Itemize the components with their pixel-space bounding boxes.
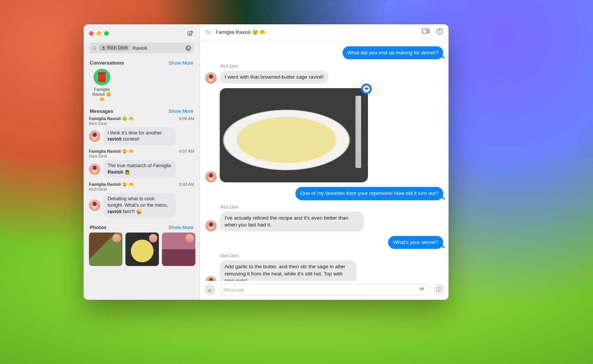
conversation-header: To: Famiglia Ravioli 🤤 🤲: [200, 24, 449, 40]
conversations-header: Conversations Show More: [90, 60, 193, 66]
messages-show-more[interactable]: Show More: [168, 108, 193, 114]
messages-title: Messages: [90, 108, 113, 114]
compose-button[interactable]: [187, 30, 194, 37]
conversation-label: Famiglia Ravioli 🤤 🤲: [90, 87, 114, 102]
person-icon: [101, 46, 106, 50]
window-controls: [89, 31, 109, 36]
outgoing-message[interactable]: One of my favorites from your repertoire…: [295, 187, 443, 200]
conversation-avatar: [94, 69, 110, 85]
sidebar: Rich Dinh Ravioli ✕ Conversations Show M…: [84, 24, 200, 300]
sender-avatar[interactable]: [205, 72, 217, 84]
messages-header: Messages Show More: [90, 108, 193, 114]
message-result[interactable]: Famiglia Ravioli 🤤 🤲Rich Dinh9:09 AMI th…: [89, 116, 194, 146]
sender-avatar[interactable]: [205, 171, 217, 182]
svg-point-2: [103, 46, 105, 48]
minimize-icon[interactable]: [97, 31, 101, 36]
message-placeholder: iMessage: [223, 287, 415, 293]
close-icon[interactable]: [89, 31, 94, 36]
love-reaction-icon[interactable]: [361, 84, 372, 94]
photos-row: [89, 233, 194, 266]
svg-point-15: [438, 289, 438, 289]
photos-title: Photos: [90, 225, 106, 230]
appstore-icon: [207, 286, 213, 293]
sender-avatar: [89, 163, 100, 175]
incoming-message[interactable]: Add garlic to the butter, and then stir …: [220, 260, 357, 281]
sender-label: Rich Dinh: [220, 205, 443, 209]
conversations-show-more[interactable]: Show More: [168, 60, 193, 66]
search-query: Ravioli: [132, 45, 183, 51]
smiley-icon: [436, 286, 442, 293]
sender-badge: [186, 234, 194, 242]
sender-avatar: [89, 130, 100, 142]
svg-point-6: [439, 30, 440, 30]
sender-label: Rich Dinh: [220, 64, 443, 68]
svg-point-1: [93, 46, 96, 49]
conversation-item[interactable]: Famiglia Ravioli 🤤 🤲: [90, 69, 114, 102]
message-search-results: Famiglia Ravioli 🤤 🤲Rich Dinh9:09 AMI th…: [89, 116, 194, 222]
composer: iMessage: [200, 281, 449, 300]
sender-avatar: [89, 199, 100, 211]
message-result[interactable]: Famiglia Ravioli 🤤 🤲Rich Dinh9:03 AMDeba…: [89, 182, 194, 218]
zoom-icon[interactable]: [104, 31, 109, 36]
sender-label: Rich Dinh: [220, 253, 443, 258]
audio-message-button[interactable]: [419, 286, 426, 293]
outgoing-message[interactable]: What did you end up making for dinner?: [342, 46, 443, 59]
outgoing-message[interactable]: What's your secret?: [388, 236, 443, 249]
to-label: To:: [205, 29, 212, 35]
emoji-picker-button[interactable]: [434, 285, 444, 294]
message-thread[interactable]: What did you end up making for dinner? R…: [200, 40, 449, 281]
apps-button[interactable]: [205, 284, 215, 295]
svg-point-14: [436, 287, 441, 292]
photos-header: Photos Show More: [90, 225, 193, 230]
search-input[interactable]: Rich Dinh Ravioli ✕: [89, 43, 194, 53]
sender-badge: [113, 234, 121, 242]
sender-badge: [149, 234, 157, 242]
info-button[interactable]: [436, 28, 443, 36]
message-input[interactable]: iMessage: [219, 284, 430, 295]
photo-result[interactable]: [89, 233, 122, 266]
search-chip-label: Rich Dinh: [107, 45, 128, 51]
messages-window: Rich Dinh Ravioli ✕ Conversations Show M…: [84, 24, 449, 300]
photos-show-more[interactable]: Show More: [168, 225, 193, 230]
sender-avatar[interactable]: [205, 220, 217, 231]
svg-point-16: [439, 289, 440, 289]
sender-avatar[interactable]: [205, 276, 217, 281]
titlebar: [89, 28, 194, 39]
facetime-button[interactable]: [422, 28, 430, 36]
photo-message[interactable]: [220, 88, 368, 182]
message-preview: The true matriarch of Famiglia Ravioli 🙇: [103, 160, 176, 178]
search-icon: [92, 46, 97, 51]
conversations-title: Conversations: [90, 60, 124, 66]
message-result[interactable]: Famiglia Ravioli 🤤 🤲Rich Dinh9:07 AMThe …: [89, 149, 194, 178]
photo-result[interactable]: [125, 233, 159, 266]
svg-rect-3: [422, 29, 427, 33]
to-value[interactable]: Famiglia Ravioli 🤤 🤲: [216, 29, 265, 35]
clear-search-button[interactable]: ✕: [186, 45, 191, 51]
incoming-message[interactable]: I've actually refined the recipe and it'…: [220, 212, 364, 231]
photo-result[interactable]: [162, 233, 195, 266]
message-preview: I think it's time for another ravioli co…: [103, 127, 176, 146]
search-chip[interactable]: Rich Dinh: [99, 45, 130, 51]
incoming-message[interactable]: I went with that browned-butter sage rav…: [220, 71, 328, 84]
conversation-pane: To: Famiglia Ravioli 🤤 🤲 What did you en…: [200, 24, 449, 300]
message-preview: Debating what to cook tonight. What's on…: [103, 193, 176, 218]
